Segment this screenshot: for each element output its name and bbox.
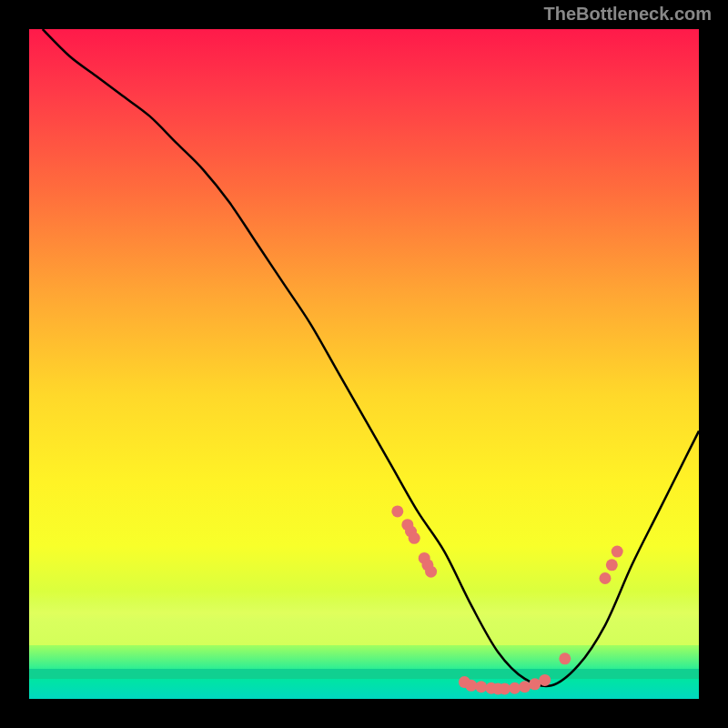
- data-marker: [509, 682, 521, 694]
- data-marker: [391, 505, 403, 517]
- data-marker: [475, 681, 487, 693]
- data-marker: [612, 546, 623, 558]
- marker-group: [391, 505, 622, 694]
- watermark-text: TheBottleneck.com: [544, 4, 712, 25]
- bottleneck-curve: [43, 29, 699, 686]
- data-marker: [559, 652, 571, 664]
- plot-area: [29, 29, 699, 699]
- data-marker: [409, 532, 420, 544]
- data-marker: [425, 566, 437, 578]
- chart-svg: [29, 29, 699, 699]
- data-marker: [539, 674, 551, 686]
- data-marker: [499, 682, 511, 694]
- data-marker: [599, 572, 611, 584]
- data-marker: [606, 559, 618, 571]
- data-marker: [465, 680, 477, 692]
- data-marker: [519, 681, 531, 693]
